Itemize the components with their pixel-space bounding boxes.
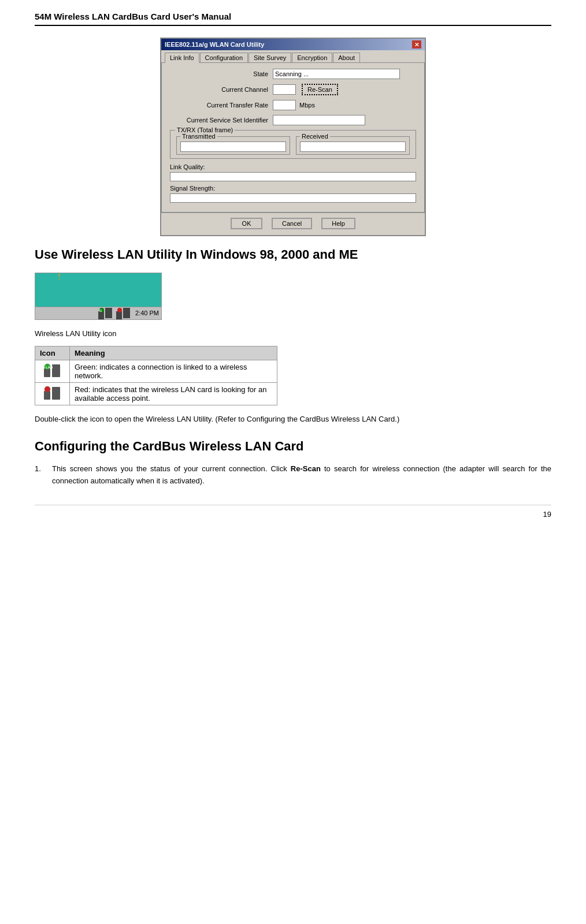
transmitted-input[interactable] bbox=[180, 141, 286, 152]
item-number-1: 1. bbox=[35, 463, 41, 475]
cancel-button[interactable]: Cancel bbox=[272, 218, 312, 229]
mbps-label: Mbps bbox=[299, 102, 315, 109]
green-meaning-cell: Green: indicates a connection is linked … bbox=[70, 360, 277, 382]
svg-text:G: G bbox=[99, 309, 102, 312]
ssid-label: Current Service Set Identifier bbox=[170, 117, 268, 124]
svg-rect-4 bbox=[116, 311, 122, 319]
taskbar-icons: G 2:40 PM bbox=[97, 307, 159, 319]
dialog-tabs: Link Info Configuration Site Survey Encr… bbox=[161, 50, 425, 62]
svg-rect-12 bbox=[52, 387, 60, 400]
dialog-titlebar: IEEE802.11a/g WLAN Card Utility ✕ bbox=[161, 39, 425, 50]
link-quality-group: Link Quality: bbox=[170, 163, 416, 181]
taskbar-bar: G 2:40 PM bbox=[35, 307, 162, 320]
link-quality-bar bbox=[170, 172, 416, 181]
transfer-rate-label: Current Transfer Rate bbox=[170, 102, 268, 109]
ok-button[interactable]: OK bbox=[231, 218, 262, 229]
rescan-bold: Re-Scan bbox=[291, 464, 321, 473]
utility-label: Wireless LAN Utility icon bbox=[35, 329, 551, 338]
wireless-icon-red bbox=[115, 307, 131, 319]
link-quality-label: Link Quality: bbox=[170, 163, 416, 170]
help-button[interactable]: Help bbox=[321, 218, 355, 229]
tab-encryption[interactable]: Encryption bbox=[292, 53, 332, 62]
received-input[interactable] bbox=[300, 141, 406, 152]
received-label: Received bbox=[300, 133, 330, 140]
tab-link-info[interactable]: Link Info bbox=[165, 53, 199, 63]
svg-rect-1 bbox=[105, 308, 112, 318]
taskbar-time: 2:40 PM bbox=[135, 310, 159, 316]
svg-text:LAN: LAN bbox=[46, 366, 53, 369]
dialog-close-button[interactable]: ✕ bbox=[412, 40, 421, 49]
svg-rect-0 bbox=[98, 311, 104, 319]
svg-rect-5 bbox=[123, 308, 130, 318]
taskbar-wrapper: G 2:40 PM ↑ bbox=[35, 273, 162, 320]
txrx-inner: Transmitted Received bbox=[176, 136, 410, 155]
signal-strength-group: Signal Strength: bbox=[170, 185, 416, 203]
red-meaning-cell: Red: indicates that the wireless LAN car… bbox=[70, 382, 277, 405]
txrx-group: TX/RX (Total frame) Transmitted Received bbox=[170, 130, 416, 159]
red-icon-cell bbox=[35, 382, 70, 405]
rescan-button[interactable]: Re-Scan bbox=[302, 84, 338, 95]
channel-label: Current Channel bbox=[170, 86, 268, 93]
body-paragraph-1-text: Double-click the icon to open the Wirele… bbox=[35, 415, 399, 423]
wireless-icon-green: G bbox=[97, 307, 113, 319]
icon-table: Icon Meaning LAN Green: indicates a conn… bbox=[35, 346, 277, 405]
ssid-row: Current Service Set Identifier bbox=[170, 115, 416, 125]
svg-rect-8 bbox=[52, 364, 60, 377]
signal-strength-label: Signal Strength: bbox=[170, 185, 416, 192]
transmitted-label: Transmitted bbox=[180, 133, 217, 140]
table-header-icon: Icon bbox=[35, 346, 70, 360]
table-header-meaning: Meaning bbox=[70, 346, 277, 360]
green-icon-cell: LAN bbox=[35, 360, 70, 382]
transfer-rate-row: Current Transfer Rate Mbps bbox=[170, 100, 416, 110]
body-paragraph-1: Double-click the icon to open the Wirele… bbox=[35, 413, 551, 426]
channel-input[interactable] bbox=[273, 84, 296, 95]
dialog-title: IEEE802.11a/g WLAN Card Utility bbox=[165, 41, 264, 48]
channel-row: Current Channel Re-Scan bbox=[170, 84, 416, 95]
state-row: State bbox=[170, 69, 416, 79]
svg-point-13 bbox=[44, 386, 50, 392]
page-header: 54M Wireless LAN CardBus Card User's Man… bbox=[35, 12, 551, 26]
tab-site-survey[interactable]: Site Survey bbox=[249, 53, 291, 62]
transmitted-box: Transmitted bbox=[176, 136, 290, 155]
page-number: 19 bbox=[543, 510, 551, 519]
state-input[interactable] bbox=[273, 69, 400, 79]
green-wireless-icon: LAN bbox=[43, 363, 62, 378]
transfer-rate-input[interactable] bbox=[273, 100, 296, 110]
dialog-screenshot: IEEE802.11a/g WLAN Card Utility ✕ Link I… bbox=[35, 38, 551, 236]
svg-rect-7 bbox=[44, 368, 50, 377]
svg-rect-11 bbox=[44, 391, 50, 400]
ssid-input[interactable] bbox=[273, 115, 365, 125]
tab-configuration[interactable]: Configuration bbox=[200, 53, 248, 62]
configuring-heading: Configuring the CardBus Wireless LAN Car… bbox=[35, 439, 551, 454]
signal-strength-bar bbox=[170, 193, 416, 203]
table-row: LAN Green: indicates a connection is lin… bbox=[35, 360, 277, 382]
received-box: Received bbox=[296, 136, 410, 155]
arrow-indicator: ↑ bbox=[57, 270, 62, 282]
numbered-item-1: 1. This screen shows you the status of y… bbox=[35, 463, 551, 487]
dialog-footer: OK Cancel Help bbox=[161, 213, 425, 235]
dialog-window: IEEE802.11a/g WLAN Card Utility ✕ Link I… bbox=[160, 38, 426, 236]
red-wireless-icon bbox=[43, 385, 62, 400]
page-footer: 19 bbox=[35, 505, 551, 519]
state-label: State bbox=[170, 70, 268, 77]
table-row: Red: indicates that the wireless LAN car… bbox=[35, 382, 277, 405]
page-header-text: 54M Wireless LAN CardBus Card User's Man… bbox=[35, 12, 231, 21]
dialog-content: State Current Channel Re-Scan Current Tr… bbox=[161, 62, 425, 213]
use-wireless-heading: Use Wireless LAN Utility In Windows 98, … bbox=[35, 247, 551, 263]
svg-point-6 bbox=[117, 308, 122, 312]
tab-about[interactable]: About bbox=[333, 53, 360, 62]
taskbar-green-area bbox=[35, 273, 162, 307]
